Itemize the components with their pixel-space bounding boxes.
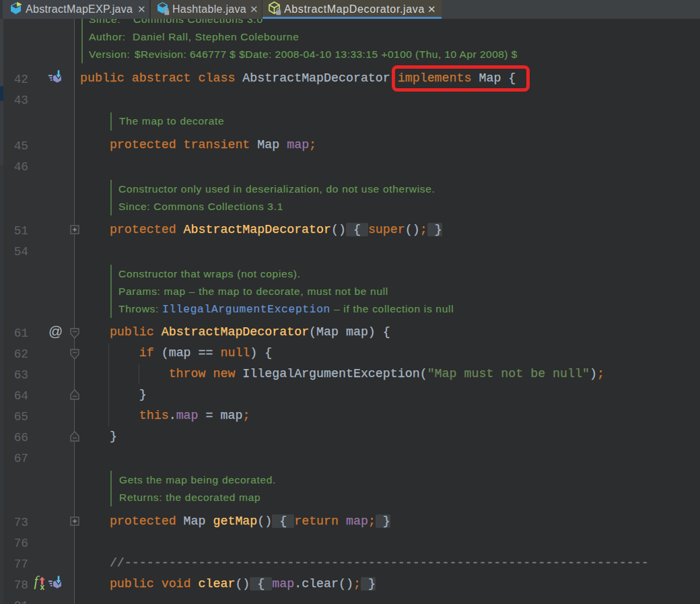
svg-text:f: f — [34, 576, 40, 589]
